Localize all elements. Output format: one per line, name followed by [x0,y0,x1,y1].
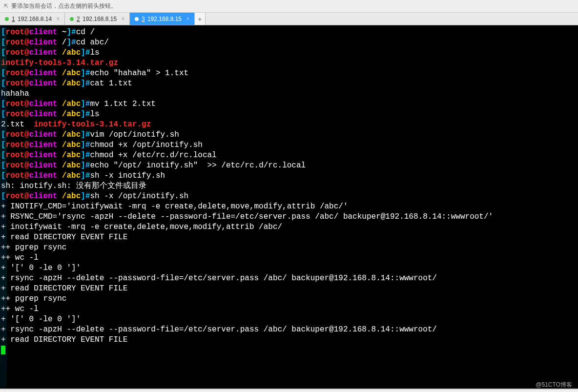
tab-label: 192.168.8.15 [83,16,117,22]
terminal-line: [root@client /abc]#echo "/opt/ inotify.s… [1,161,577,171]
terminal-line: [root@client /]#cd abc/ [1,38,577,48]
terminal-line: ++ wc -l [1,304,577,314]
terminal-line: + RSYNC_CMD='rsync -apzH --delete --pass… [1,212,577,222]
tab-label: 192.168.8.14 [18,16,52,22]
terminal-line: ++ pgrep rsync [1,243,577,253]
terminal-output[interactable]: [root@client ~]#cd /[root@client /]#cd a… [0,25,578,390]
terminal-line: [root@client /abc]#ls [1,109,577,120]
terminal-line: + '[' 0 -le 0 ']' [1,263,577,273]
tab-num: 3 [142,16,145,22]
terminal-line: + INOTIFY_CMD='inotifywait -mrq -e creat… [1,202,577,212]
terminal-cursor-line [1,345,577,355]
terminal-line: [root@client /abc]#chmod +x /etc/rc.d/rc… [1,150,577,161]
terminal-line: + '[' 0 -le 0 ']' [1,314,577,325]
add-session-arrow-icon[interactable]: ⇱ [4,3,8,9]
terminal-line: sh: inotify.sh: 没有那个文件或目录 [1,181,577,191]
terminal-line: + rsync -apzH --delete --password-file=/… [1,273,577,284]
status-dot-icon [70,17,74,21]
terminal-line: + inotifywait -mrq -e create,delete,move… [1,222,577,232]
status-dot-icon [5,17,9,21]
top-hint-text: 要添加当前会话，点击左侧的箭头按钮。 [11,2,117,10]
close-icon[interactable]: × [57,16,60,21]
tab-1[interactable]: 1 192.168.8.14 × [0,13,65,25]
add-tab-button[interactable]: + [195,13,206,25]
tab-num: 1 [12,16,15,22]
tab-label: 192.168.8.15 [147,16,182,22]
terminal-line: [root@client /abc]#echo "hahaha" > 1.txt [1,68,577,79]
terminal-line: [root@client ~]#cd / [1,27,577,38]
watermark: @51CTO博客 [536,381,572,389]
terminal-line: 2.txt inotify-tools-3.14.tar.gz [1,120,577,130]
terminal-line: [root@client /abc]#chmod +x /opt/inotify… [1,140,577,150]
terminal-line: [root@client /abc]#ls [1,48,577,58]
top-hint-bar: ⇱ 要添加当前会话，点击左侧的箭头按钮。 [0,0,578,13]
terminal-line: ++ pgrep rsync [1,294,577,304]
tab-num: 2 [77,16,80,22]
terminal-line: + read DIRECTORY EVENT FILE [1,335,577,345]
terminal-line: [root@client /abc]#mv 1.txt 2.txt [1,99,577,109]
terminal-line: [root@client /abc]#sh -x inotify.sh [1,171,577,181]
terminal-line: ++ wc -l [1,253,577,263]
terminal-line: + read DIRECTORY EVENT FILE [1,232,577,243]
terminal-line: [root@client /abc]#vim /opt/inotify.sh [1,130,577,140]
tab-bar: 1 192.168.8.14 × 2 192.168.8.15 × 3 192.… [0,13,578,25]
tab-2[interactable]: 2 192.168.8.15 × [65,13,130,25]
terminal-line: hahaha [1,89,577,99]
terminal-line: [root@client /abc]#cat 1.txt [1,79,577,89]
status-dot-icon [135,17,139,21]
cursor-icon [1,346,5,354]
terminal-line: inotify-tools-3.14.tar.gz [1,58,577,68]
terminal-line: + read DIRECTORY EVENT FILE [1,284,577,294]
terminal-line: [root@client /abc]#sh -x /opt/inotify.sh [1,191,577,202]
close-icon[interactable]: × [122,16,124,21]
close-icon[interactable]: × [186,16,189,21]
tab-3[interactable]: 3 192.168.8.15 × [130,13,195,25]
terminal-line: + rsync -apzH --delete --password-file=/… [1,325,577,335]
